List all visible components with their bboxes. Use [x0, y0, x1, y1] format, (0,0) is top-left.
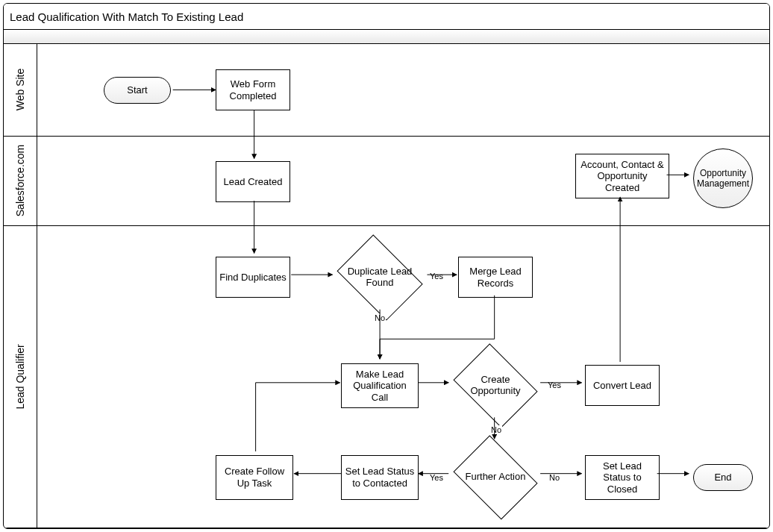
convert-lead-process: Convert Lead	[585, 365, 660, 406]
edge-label-further-no: No	[548, 473, 560, 482]
set-status-closed-process: Set Lead Status to Closed	[585, 455, 660, 500]
edge-label-dup-yes: Yes	[429, 272, 444, 281]
create-follow-up-task-process: Create Follow Up Task	[216, 455, 293, 500]
edge-label-dup-no: No	[374, 313, 386, 322]
web-form-completed-process: Web Form Completed	[216, 69, 290, 110]
duplicate-lead-found-decision: Duplicate Lead Found	[331, 242, 428, 313]
start-terminator: Start	[104, 77, 171, 104]
title-separator	[4, 30, 769, 44]
account-contact-opportunity-process: Account, Contact & Opportunity Created	[575, 154, 669, 198]
diagram-frame: Lead Qualification With Match To Existin…	[0, 0, 773, 532]
outer-border: Lead Qualification With Match To Existin…	[3, 3, 770, 529]
lane-label-salesforce: Salesforce.com	[4, 136, 37, 225]
make-qualification-call-process: Make Lead Qualification Call	[341, 363, 419, 408]
edge-label-opp-yes: Yes	[547, 381, 562, 389]
lane-web-site: Web Site Start Web Form Completed	[4, 43, 769, 137]
lane-salesforce: Salesforce.com Lead Created Account, Con…	[4, 136, 769, 226]
set-status-contacted-process: Set Lead Status to Contacted	[341, 455, 419, 500]
lead-created-process: Lead Created	[216, 161, 290, 202]
diagram-title: Lead Qualification With Match To Existin…	[10, 10, 243, 23]
lane-label-lead-qualifier: Lead Qualifier	[4, 225, 37, 528]
lane-body-salesforce: Lead Created Account, Contact & Opportun…	[37, 136, 769, 225]
title-bar: Lead Qualification With Match To Existin…	[4, 4, 769, 30]
find-duplicates-process: Find Duplicates	[216, 257, 290, 298]
edge-label-opp-no: No	[490, 425, 502, 434]
edge-label-further-yes: Yes	[429, 473, 444, 482]
lanes-area: Web Site Start Web Form Completed Salesf…	[4, 43, 769, 528]
opportunity-management-offpage: Opportunity Management	[693, 148, 753, 208]
lane-body-web-site: Start Web Form Completed	[37, 43, 769, 136]
lane-label-web-site: Web Site	[4, 43, 37, 136]
create-opportunity-decision: Create Opportunity	[448, 350, 542, 421]
end-terminator: End	[693, 464, 753, 491]
merge-lead-records-process: Merge Lead Records	[458, 257, 533, 298]
lane-body-lead-qualifier: Find Duplicates Duplicate Lead Found Mer…	[37, 225, 769, 528]
lane-lead-qualifier: Lead Qualifier Find Duplicates Duplicate…	[4, 225, 769, 528]
further-action-decision: Further Action	[448, 442, 542, 513]
